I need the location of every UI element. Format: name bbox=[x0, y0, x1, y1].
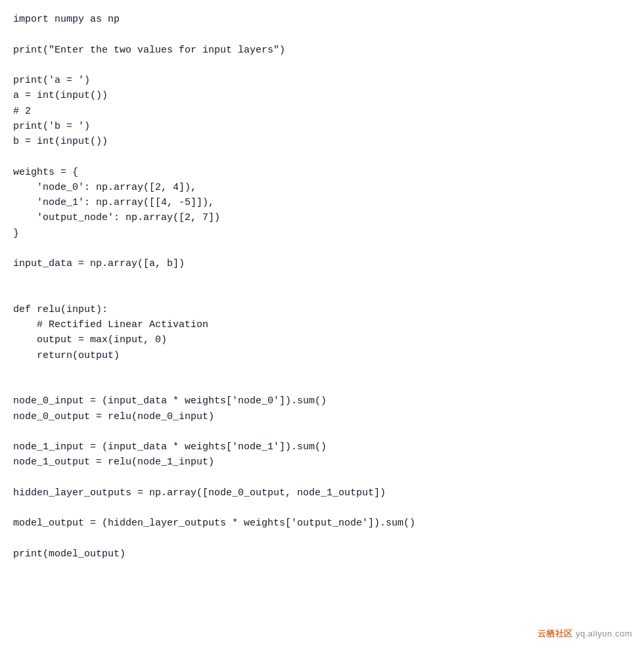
watermark: 云栖社区 yq.aliyun.com bbox=[538, 628, 632, 640]
code-block: import numpy as np print("Enter the two … bbox=[13, 12, 631, 562]
watermark-domain: yq.aliyun.com bbox=[573, 629, 632, 638]
code-container: import numpy as np print("Enter the two … bbox=[0, 0, 644, 649]
watermark-logo: 云栖社区 bbox=[538, 629, 573, 638]
